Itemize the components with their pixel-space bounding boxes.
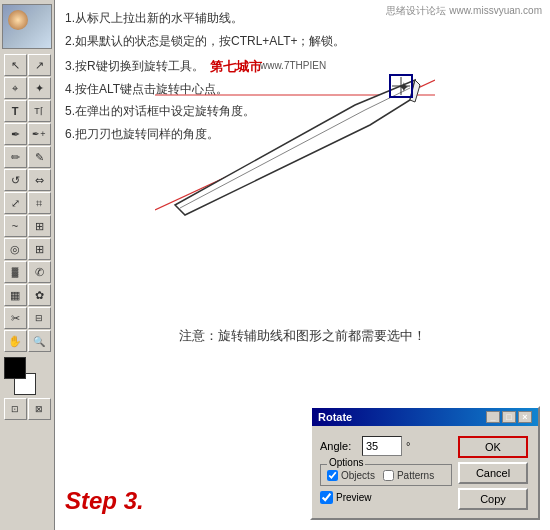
chart-tool[interactable]: ▦ — [4, 284, 27, 306]
lasso-tool[interactable]: ⌖ — [4, 77, 27, 99]
tool-row-2: ⌖ ✦ — [4, 77, 51, 99]
tool-row-12: ✂ ⊟ — [4, 307, 51, 329]
dialog-maximize-button[interactable]: □ — [502, 411, 516, 423]
free-transform-tool[interactable]: ⊞ — [28, 215, 51, 237]
angle-input[interactable] — [362, 436, 402, 456]
instruction-line-1: 1.从标尺上拉出新的水平辅助线。 — [65, 8, 430, 30]
options-legend: Options — [327, 457, 365, 468]
objects-checkbox[interactable] — [327, 470, 338, 481]
toolbar: ↖ ↗ ⌖ ✦ T T⌈ ✒ ✒+ ✏ ✎ ↺ ⇔ ⤢ ⌗ ~ ⊞ — [0, 0, 55, 530]
patterns-label: Patterns — [397, 470, 434, 481]
dialog-buttons-panel: OK Cancel Copy — [458, 436, 530, 510]
patterns-checkbox-label[interactable]: Patterns — [383, 470, 434, 481]
patterns-checkbox[interactable] — [383, 470, 394, 481]
dialog-title: Rotate — [318, 411, 352, 423]
arrow-tool[interactable]: ↖ — [4, 54, 27, 76]
shear-tool[interactable]: ⌗ — [28, 192, 51, 214]
angle-label: Angle: — [320, 440, 358, 452]
symbol-tool[interactable]: ✿ — [28, 284, 51, 306]
eraser-tool[interactable]: ⊟ — [28, 307, 51, 329]
dialog-titlebar: Rotate _ □ × — [312, 408, 538, 426]
svg-text:✦: ✦ — [398, 79, 410, 95]
options-row: Objects Patterns — [327, 470, 445, 481]
fill-swatch[interactable] — [4, 357, 26, 379]
tool-row-8: ~ ⊞ — [4, 215, 51, 237]
preview-row: Preview — [320, 491, 452, 504]
dialog-minimize-button[interactable]: _ — [486, 411, 500, 423]
scale-tool[interactable]: ⤢ — [4, 192, 27, 214]
mesh-tool[interactable]: ⊞ — [28, 238, 51, 260]
dialog-close-button[interactable]: × — [518, 411, 532, 423]
pen-tool[interactable]: ✒ — [4, 123, 27, 145]
zoom-tool[interactable]: 🔍 — [28, 330, 51, 352]
blend-tool[interactable]: ◎ — [4, 238, 27, 260]
tool-row-4: ✒ ✒+ — [4, 123, 51, 145]
content-area: 思绪设计论坛 www.missvyuan.com 1.从标尺上拉出新的水平辅助线… — [55, 0, 550, 530]
pencil-tool[interactable]: ✎ — [28, 146, 51, 168]
cancel-button[interactable]: Cancel — [458, 462, 528, 484]
normal-screen-mode[interactable]: ⊡ — [4, 398, 27, 420]
tool-row-10: ▓ ✆ — [4, 261, 51, 283]
screen-mode-row: ⊡ ⊠ — [4, 398, 51, 420]
knife-illustration: ✦ — [155, 50, 435, 250]
preview-checkbox[interactable] — [320, 491, 333, 504]
eyedropper-tool[interactable]: ✆ — [28, 261, 51, 283]
ok-button[interactable]: OK — [458, 436, 528, 458]
copy-button[interactable]: Copy — [458, 488, 528, 510]
reflect-tool[interactable]: ⇔ — [28, 169, 51, 191]
degree-symbol: ° — [406, 440, 410, 452]
hand-tool[interactable]: ✋ — [4, 330, 27, 352]
tool-row-6: ↺ ⇔ — [4, 169, 51, 191]
dialog-left-content: Angle: ° Options Objects — [320, 436, 452, 510]
gradient-tool[interactable]: ▓ — [4, 261, 27, 283]
dialog-body: Angle: ° Options Objects — [312, 426, 538, 518]
toolbar-image — [2, 4, 52, 49]
objects-checkbox-label[interactable]: Objects — [327, 470, 375, 481]
warp-tool[interactable]: ~ — [4, 215, 27, 237]
paintbrush-tool[interactable]: ✏ — [4, 146, 27, 168]
magic-wand-tool[interactable]: ✦ — [28, 77, 51, 99]
area-type-tool[interactable]: T⌈ — [28, 100, 51, 122]
rotate-tool[interactable]: ↺ — [4, 169, 27, 191]
objects-label: Objects — [341, 470, 375, 481]
preview-label: Preview — [336, 492, 372, 503]
tool-row-11: ▦ ✿ — [4, 284, 51, 306]
tool-row-13: ✋ 🔍 — [4, 330, 51, 352]
direct-select-tool[interactable]: ↗ — [28, 54, 51, 76]
tool-row-7: ⤢ ⌗ — [4, 192, 51, 214]
note-text: 注意：旋转辅助线和图形之前都需要选中！ — [65, 327, 540, 345]
instruction-line-2: 2.如果默认的状态是锁定的，按CTRL+ALT+；解锁。 — [65, 31, 430, 53]
tool-row-9: ◎ ⊞ — [4, 238, 51, 260]
options-group: Options Objects Patterns — [320, 464, 452, 486]
tool-row-1: ↖ ↗ — [4, 54, 51, 76]
dialog-content-row: Angle: ° Options Objects — [320, 436, 530, 510]
main-container: ↖ ↗ ⌖ ✦ T T⌈ ✒ ✒+ ✏ ✎ ↺ ⇔ ⤢ ⌗ ~ ⊞ — [0, 0, 550, 530]
tool-row-3: T T⌈ — [4, 100, 51, 122]
fill-stroke-area — [4, 357, 50, 395]
full-screen-mode[interactable]: ⊠ — [28, 398, 51, 420]
step-label: Step 3. — [65, 487, 144, 515]
type-tool[interactable]: T — [4, 100, 27, 122]
angle-row: Angle: ° — [320, 436, 452, 456]
tool-row-5: ✏ ✎ — [4, 146, 51, 168]
rotate-dialog: Rotate _ □ × Angle: ° — [310, 406, 540, 520]
scissors-tool[interactable]: ✂ — [4, 307, 27, 329]
add-anchor-tool[interactable]: ✒+ — [28, 123, 51, 145]
dialog-title-buttons: _ □ × — [486, 411, 532, 423]
